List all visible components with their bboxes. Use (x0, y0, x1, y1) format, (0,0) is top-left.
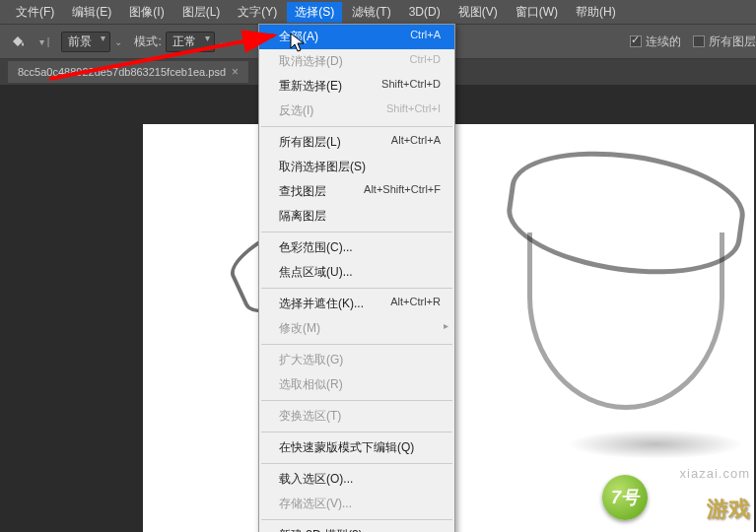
menu-image[interactable]: 图像(I) (121, 2, 172, 23)
menu-item-label: 隔离图层 (279, 208, 326, 225)
watermark-badge-text: 7号 (602, 475, 648, 520)
menu-item-label: 修改(M) (279, 320, 320, 337)
menu-item[interactable]: 所有图层(L)Alt+Ctrl+A (259, 130, 454, 155)
close-tab-icon[interactable]: × (232, 65, 239, 79)
menu-item: 选取相似(R) (259, 372, 454, 397)
menu-separator (261, 519, 452, 520)
menu-item-label: 载入选区(O)... (279, 471, 353, 488)
menu-item[interactable]: 重新选择(E)Shift+Ctrl+D (259, 74, 454, 99)
checkbox-icon[interactable] (630, 35, 642, 47)
menu-item-shortcut: Alt+Shift+Ctrl+F (364, 183, 441, 200)
mode-value[interactable]: 正常 (166, 32, 215, 52)
mode-combo[interactable]: 模式: 正常 ⌄ (134, 32, 226, 52)
continuous-checkbox[interactable]: 连续的 (630, 33, 681, 50)
menu-item[interactable]: 载入选区(O)... (259, 467, 454, 492)
menu-file[interactable]: 文件(F) (8, 2, 62, 23)
menu-item-label: 选取相似(R) (279, 376, 343, 393)
menu-item[interactable]: 取消选择图层(S) (259, 155, 454, 179)
menu-filter[interactable]: 滤镜(T) (344, 2, 398, 23)
menu-item[interactable]: 色彩范围(C)... (259, 235, 454, 260)
menu-separator (261, 463, 452, 464)
foreground-combo[interactable]: 前景 ⌄ (61, 32, 122, 52)
menu-separator (261, 432, 452, 432)
mode-label: 模式: (134, 33, 161, 50)
menu-separator (261, 126, 452, 127)
menubar: 文件(F) 编辑(E) 图像(I) 图层(L) 文字(Y) 选择(S) 滤镜(T… (0, 0, 756, 24)
menu-help[interactable]: 帮助(H) (568, 2, 624, 23)
menu-item-label: 焦点区域(U)... (279, 264, 353, 281)
menu-item[interactable]: 新建 3D 模型(3) (259, 523, 454, 532)
menu-item-label: 重新选择(E) (279, 78, 342, 95)
menu-separator (261, 400, 452, 401)
menu-item: 反选(I)Shift+Ctrl+I (259, 99, 454, 123)
bucket-tool-icon[interactable] (8, 32, 28, 51)
menu-item-label: 取消选择(D) (279, 53, 343, 70)
menu-item-shortcut: Alt+Ctrl+R (390, 296, 441, 312)
watermark-logo: 7号 (602, 475, 648, 520)
document-tab[interactable]: 8cc5a0c488922de57db863215fceb1ea.psd × (8, 61, 248, 83)
tool-preset-chevron-icon[interactable]: ▾ | (39, 36, 49, 47)
menu-item: 修改(M) (259, 316, 454, 341)
menu-item-shortcut: Ctrl+A (410, 29, 441, 45)
menu-item-label: 存储选区(V)... (279, 496, 352, 512)
menu-item: 取消选择(D)Ctrl+D (259, 49, 454, 74)
all-layers-checkbox[interactable]: 所有图层 (693, 33, 756, 50)
select-menu-dropdown: 全部(A)Ctrl+A取消选择(D)Ctrl+D重新选择(E)Shift+Ctr… (258, 24, 455, 532)
menu-window[interactable]: 窗口(W) (508, 2, 566, 23)
menu-select[interactable]: 选择(S) (287, 2, 342, 23)
chevron-down-icon: ⌄ (219, 36, 227, 47)
checkbox-icon[interactable] (693, 35, 705, 47)
watermark-url: xiazai.com (680, 466, 750, 481)
menu-item[interactable]: 查找图层Alt+Shift+Ctrl+F (259, 179, 454, 204)
menu-item[interactable]: 全部(A)Ctrl+A (259, 25, 454, 49)
menu-item-label: 在快速蒙版模式下编辑(Q) (279, 439, 414, 456)
menu-item-label: 全部(A) (279, 29, 318, 45)
foreground-value[interactable]: 前景 (61, 32, 110, 52)
menu-item-shortcut: Shift+Ctrl+I (386, 102, 441, 119)
menu-item-label: 查找图层 (279, 183, 326, 200)
menu-item[interactable]: 隔离图层 (259, 204, 454, 229)
glass-right-illustration (508, 154, 754, 449)
menu-item: 存储选区(V)... (259, 492, 454, 516)
menu-3d[interactable]: 3D(D) (401, 3, 448, 21)
menu-separator (261, 288, 452, 289)
menu-item[interactable]: 焦点区域(U)... (259, 260, 454, 285)
chevron-down-icon: ⌄ (114, 36, 122, 47)
menu-item-label: 变换选区(T) (279, 408, 341, 425)
all-layers-label: 所有图层 (709, 33, 756, 50)
document-tab-title: 8cc5a0c488922de57db863215fceb1ea.psd (18, 66, 226, 78)
menu-item-shortcut: Ctrl+D (410, 53, 441, 70)
menu-edit[interactable]: 编辑(E) (64, 2, 119, 23)
menu-item-label: 反选(I) (279, 102, 313, 119)
menu-item[interactable]: 在快速蒙版模式下编辑(Q) (259, 435, 454, 460)
menu-item: 变换选区(T) (259, 404, 454, 429)
menu-separator (261, 344, 452, 345)
menu-item-label: 选择并遮住(K)... (279, 296, 364, 312)
menu-item-shortcut: Shift+Ctrl+D (381, 78, 441, 95)
menu-item-label: 取消选择图层(S) (279, 159, 366, 175)
menu-separator (261, 232, 452, 233)
menu-view[interactable]: 视图(V) (450, 2, 506, 23)
menu-item[interactable]: 选择并遮住(K)...Alt+Ctrl+R (259, 292, 454, 316)
menu-item-label: 新建 3D 模型(3) (279, 527, 363, 532)
watermark-main: 游戏 (707, 495, 750, 524)
menu-item-label: 所有图层(L) (279, 134, 341, 151)
continuous-label: 连续的 (646, 33, 681, 50)
menu-type[interactable]: 文字(Y) (230, 2, 285, 23)
menu-item: 扩大选取(G) (259, 348, 454, 372)
menu-layer[interactable]: 图层(L) (174, 2, 229, 23)
menu-item-label: 扩大选取(G) (279, 352, 343, 368)
menu-item-label: 色彩范围(C)... (279, 239, 353, 256)
menu-item-shortcut: Alt+Ctrl+A (391, 134, 441, 151)
